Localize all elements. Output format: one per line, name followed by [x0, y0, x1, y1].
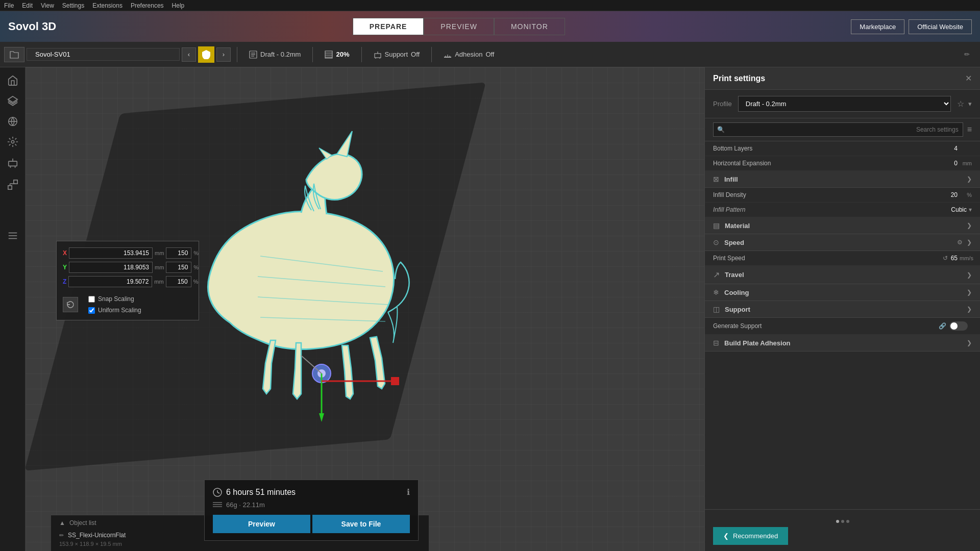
edit-icon[interactable]: ✏: [958, 51, 976, 58]
shield-button[interactable]: [198, 46, 214, 63]
support-link-icon[interactable]: 🔗: [939, 322, 946, 330]
uniform-scaling-label[interactable]: Uniform Scaling: [88, 307, 141, 314]
menu-settings[interactable]: Settings: [62, 2, 84, 9]
profile-chevron-icon[interactable]: ▾: [968, 100, 972, 108]
horizontal-expansion-row[interactable]: Horizontal Expansion 0 mm: [705, 156, 980, 171]
speed-gear-icon[interactable]: ⚙: [957, 239, 963, 246]
recommended-arrow-icon: ❮: [723, 532, 729, 540]
settings-menu-icon[interactable]: ≡: [967, 125, 972, 134]
scale-y-pct-input[interactable]: [166, 262, 191, 273]
viewport[interactable]: X mm % Y mm % Z mm %: [26, 67, 704, 551]
info-icon[interactable]: ℹ: [407, 487, 410, 497]
support-selector[interactable]: Support Off: [368, 48, 426, 61]
svg-line-45: [217, 492, 219, 493]
menu-file[interactable]: File: [4, 2, 14, 9]
sidebar-support-icon[interactable]: [4, 153, 22, 171]
scale-z-input[interactable]: [68, 276, 152, 287]
reset-scale-button[interactable]: [63, 297, 78, 312]
material-section-icon: ▤: [713, 221, 720, 230]
svg-point-19: [11, 140, 14, 143]
sidebar-home-icon[interactable]: [4, 71, 22, 90]
menu-help[interactable]: Help: [172, 2, 185, 9]
adhesion-value: Off: [485, 51, 494, 58]
preview-button[interactable]: Preview: [213, 515, 310, 533]
support-label: Support: [385, 51, 408, 58]
snap-scaling-label[interactable]: Snap Scaling: [88, 295, 141, 303]
section-material-header[interactable]: ▤ Material ❯: [705, 217, 980, 234]
profile-selector[interactable]: Draft - 0.2mm: [243, 48, 306, 61]
scale-x-input[interactable]: [69, 247, 153, 259]
tab-preview[interactable]: PREVIEW: [424, 18, 494, 35]
infill-pattern-chevron[interactable]: ▾: [969, 206, 972, 213]
scale-x-pct-input[interactable]: [166, 247, 191, 259]
menu-preferences[interactable]: Preferences: [131, 2, 164, 9]
infill-density-row[interactable]: Infill Density 20 %: [705, 188, 980, 203]
main-area: X mm % Y mm % Z mm %: [0, 67, 980, 551]
support-value: Off: [411, 51, 420, 58]
nav-prev-button[interactable]: ‹: [182, 47, 196, 62]
sidebar-settings2-icon[interactable]: [4, 133, 22, 151]
infill-section-icon: ⊠: [713, 175, 719, 183]
uniform-scaling-checkbox[interactable]: [88, 307, 95, 314]
sidebar-object-icon[interactable]: [4, 112, 22, 131]
open-file-button[interactable]: [4, 47, 24, 62]
infill-pattern-row[interactable]: Infill Pattern Cubic ▾: [705, 203, 980, 217]
infill-section-title: Infill: [724, 176, 967, 183]
print-speed-reset-icon[interactable]: ↺: [943, 255, 948, 262]
panel-title: Print settings: [713, 74, 765, 83]
tab-prepare[interactable]: PREPARE: [353, 18, 424, 35]
profile-favorite-button[interactable]: ☆: [957, 99, 964, 109]
adhesion-selector[interactable]: Adhesion Off: [438, 48, 500, 61]
scale-y-row: Y mm %: [63, 262, 192, 273]
object-item-icon: ✏: [59, 532, 64, 539]
section-cooling-header[interactable]: ❄ Cooling ❯: [705, 284, 980, 301]
search-input[interactable]: [713, 122, 963, 137]
bottom-layers-row[interactable]: Bottom Layers 4: [705, 141, 980, 156]
panel-header: Print settings ✕: [705, 67, 980, 90]
menu-view[interactable]: View: [41, 2, 54, 9]
section-adhesion-header[interactable]: ⊟ Build Plate Adhesion ❯: [705, 335, 980, 352]
model-3d[interactable]: [168, 129, 449, 455]
menu-edit[interactable]: Edit: [22, 2, 33, 9]
official-website-button[interactable]: Official Website: [909, 19, 972, 34]
profile-dropdown[interactable]: Draft - 0.2mm: [738, 96, 951, 112]
scale-y-input[interactable]: [69, 262, 153, 273]
action-buttons: Preview Save to File: [213, 515, 410, 533]
section-support-header[interactable]: ◫ Support ❯: [705, 301, 980, 318]
sidebar-list-icon[interactable]: [4, 227, 22, 245]
nav-next-button[interactable]: ›: [216, 47, 231, 62]
cooling-chevron-icon: ❯: [967, 289, 972, 296]
recommended-button[interactable]: ❮ Recommended: [713, 527, 788, 545]
tab-monitor[interactable]: MONITOR: [494, 18, 565, 35]
profile-label: Draft - 0.2mm: [260, 51, 301, 58]
scale-z-pct-input[interactable]: [166, 276, 191, 287]
section-travel-header[interactable]: ↗ Travel ❯: [705, 266, 980, 284]
object-dimensions: 153.9 × 118.9 × 19.5 mm: [59, 541, 421, 547]
horizontal-expansion-unit: mm: [960, 160, 972, 166]
menu-bar: File Edit View Settings Extensions Prefe…: [0, 0, 980, 11]
scale-x-unit: mm: [155, 250, 164, 256]
save-to-file-button[interactable]: Save to File: [312, 515, 410, 533]
generate-support-toggle[interactable]: [949, 321, 968, 331]
bottom-layers-value: 4: [954, 145, 958, 152]
nav-tabs: PREPARE PREVIEW MONITOR: [75, 18, 843, 35]
sidebar-scale-icon[interactable]: [4, 176, 22, 194]
generate-support-row[interactable]: Generate Support 🔗: [705, 318, 980, 335]
scale-z-row: Z mm %: [63, 276, 192, 287]
section-speed-header[interactable]: ⊙ Speed ⚙ ❯: [705, 234, 980, 251]
toggle-knob: [950, 322, 958, 330]
svg-rect-20: [8, 161, 17, 166]
support-section-title: Support: [725, 306, 967, 313]
object-item-name: SS_Flexi-UnicornFlat: [68, 532, 126, 539]
section-infill-header[interactable]: ⊠ Infill ❯: [705, 171, 980, 188]
collapse-icon: ▲: [59, 519, 65, 527]
menu-extensions[interactable]: Extensions: [92, 2, 122, 9]
close-panel-button[interactable]: ✕: [965, 73, 972, 83]
cooling-section-title: Cooling: [724, 289, 967, 296]
snap-scaling-checkbox[interactable]: [88, 296, 95, 303]
print-speed-row[interactable]: Print Speed ↺ 65 mm/s: [705, 251, 980, 266]
infill-selector[interactable]: 20%: [319, 48, 355, 61]
sidebar-layers-icon[interactable]: [4, 92, 22, 110]
search-row: 🔍 ≡: [705, 118, 980, 141]
marketplace-button[interactable]: Marketplace: [851, 19, 904, 34]
